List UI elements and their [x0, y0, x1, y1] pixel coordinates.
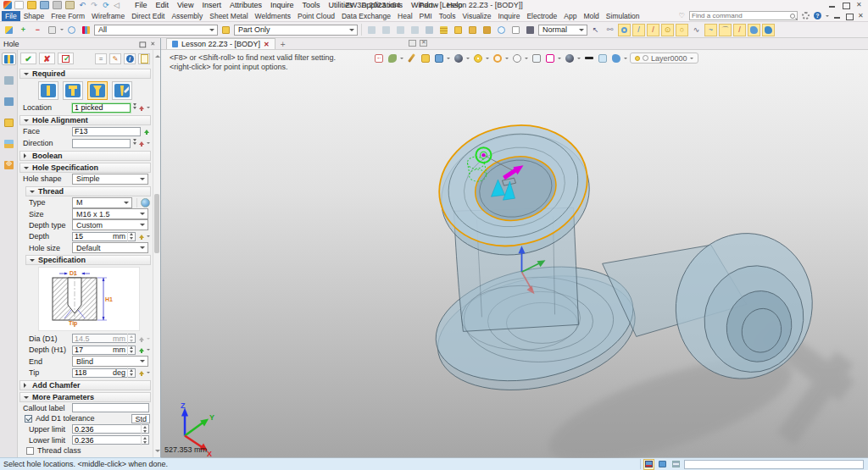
remove-entity-icon[interactable]: −	[31, 24, 44, 36]
entity-filter-combo[interactable]: All	[94, 25, 218, 36]
command-search[interactable]	[689, 11, 798, 20]
status-input[interactable]	[684, 460, 864, 469]
location-pick-icon[interactable]	[138, 103, 145, 112]
hole-type-simple-button[interactable]	[38, 81, 58, 100]
add-entity-icon[interactable]: +	[17, 24, 30, 36]
window-close-button[interactable]	[855, 2, 863, 8]
render-style-icon[interactable]	[472, 53, 483, 64]
wave-icon[interactable]: ∿	[690, 24, 703, 36]
tip-spinner[interactable]	[127, 368, 134, 378]
menu-tools[interactable]: Tools	[298, 1, 324, 9]
app-logo-icon[interactable]	[3, 1, 12, 9]
layers-icon[interactable]	[437, 24, 450, 36]
lasso-icon[interactable]	[65, 24, 78, 36]
line-tool-icon[interactable]: /	[632, 24, 645, 36]
reset-icon[interactable]	[109, 53, 121, 64]
info-icon[interactable]: i	[124, 53, 136, 64]
lower-limit-spinner[interactable]	[141, 435, 147, 445]
thread-depth-pick-icon[interactable]	[138, 232, 145, 241]
depth-h1-dropdown-icon[interactable]	[147, 349, 150, 352]
arc-tool-icon[interactable]: ⌒	[719, 24, 732, 36]
ribbon-tab-wireframe[interactable]: Wireframe	[88, 11, 128, 21]
location-pick-dropdown-icon[interactable]	[147, 107, 150, 110]
folder-open-icon[interactable]	[466, 24, 479, 36]
style-combo[interactable]: Normal	[538, 25, 587, 36]
surface-tool-icon[interactable]	[748, 24, 760, 36]
direction-expand-icon[interactable]	[133, 140, 136, 147]
target-point-dropdown-icon[interactable]	[525, 58, 528, 61]
hole-type-counterbore-button[interactable]	[63, 81, 83, 100]
help-icon[interactable]: ?	[814, 12, 821, 19]
add-d1-tolerance-checkbox[interactable]	[25, 415, 32, 423]
view-orient-dropdown-icon[interactable]	[505, 58, 509, 61]
ribbon-tab-weldments[interactable]: Weldments	[252, 11, 294, 21]
shade-mode-icon[interactable]	[453, 53, 464, 64]
panel-scrollbar[interactable]	[153, 50, 160, 457]
menu-attributes[interactable]: Attributes	[225, 1, 266, 9]
ribbon-tab-shape[interactable]: Shape	[20, 11, 48, 21]
view-cube-icon[interactable]	[433, 53, 444, 64]
ribbon-tab-pointcloud[interactable]: Point Cloud	[294, 11, 338, 21]
layer-visibility-icon[interactable]	[635, 56, 640, 61]
quick-pick-icon[interactable]	[114, 1, 123, 9]
ribbon-tab-inquire[interactable]: Inquire	[494, 11, 523, 21]
panel-scrollbar-thumb[interactable]	[154, 194, 159, 253]
direction-input[interactable]	[72, 139, 131, 148]
panel-restore-icon[interactable]	[139, 41, 146, 47]
face-pick-icon[interactable]	[143, 127, 150, 135]
transparent-face-icon[interactable]	[597, 53, 608, 64]
thread-depth-dropdown-icon[interactable]	[147, 235, 150, 239]
display-mode-icon[interactable]	[524, 24, 537, 36]
message-close-icon[interactable]	[420, 40, 427, 47]
ribbon-tab-simulation[interactable]: Simulation	[603, 11, 643, 21]
model-view[interactable]: Z Y X	[161, 50, 868, 458]
pattern-pick-dropdown-icon[interactable]	[60, 29, 64, 32]
doc-restore-button[interactable]	[845, 13, 853, 19]
ribbon-tab-pmi[interactable]: PMI	[416, 11, 436, 21]
hole-size-combo[interactable]: Default	[72, 242, 148, 253]
section-boolean[interactable]: Boolean	[19, 151, 151, 161]
sketch-pen-icon[interactable]	[406, 53, 417, 64]
ok-button[interactable]	[20, 53, 36, 64]
menu-file[interactable]: File	[131, 1, 152, 9]
end-combo[interactable]: Blind	[72, 356, 148, 367]
upper-limit-input[interactable]	[72, 424, 149, 434]
options-icon[interactable]	[95, 53, 107, 64]
spline-tool-icon[interactable]: ~	[704, 24, 717, 36]
monitor-icon[interactable]	[657, 459, 668, 470]
panel-tab-role-icon[interactable]	[2, 158, 16, 171]
view-cube-dropdown-icon[interactable]	[447, 58, 450, 61]
shaded-body-dropdown-icon[interactable]	[624, 58, 627, 61]
ribbon-tab-electrode[interactable]: Electrode	[523, 11, 560, 21]
history-clock-icon[interactable]	[495, 24, 508, 36]
circle-center-icon[interactable]: ⊙	[661, 24, 674, 36]
relink-icon[interactable]: ⚯	[604, 24, 616, 36]
output-list-icon[interactable]	[670, 459, 682, 470]
pick-mode-icon[interactable]	[387, 53, 398, 64]
hide-edges-icon[interactable]	[583, 53, 594, 64]
zoom-window-icon[interactable]	[531, 53, 542, 64]
display-sphere-dropdown-icon[interactable]	[577, 58, 581, 61]
tab-close-icon[interactable]: ✕	[264, 41, 270, 48]
regen-icon[interactable]	[102, 1, 110, 9]
tip-dropdown-icon[interactable]	[147, 372, 150, 375]
open-file-icon[interactable]	[27, 1, 36, 9]
section-hole-specification[interactable]: Hole Specification	[19, 163, 151, 173]
depth-type-combo[interactable]: Custom	[72, 219, 148, 230]
depth-h1-pick-icon[interactable]	[138, 346, 145, 354]
hole-type-tapered-button[interactable]	[112, 81, 132, 100]
view-orient-icon[interactable]	[492, 53, 503, 64]
document-tab[interactable]: Lesson 22.Z3 - [BODY] ✕	[166, 38, 275, 49]
panel-tab-manager-icon[interactable]	[2, 116, 16, 129]
callout-input[interactable]	[72, 403, 149, 412]
section-add-chamfer[interactable]: Add Chamfer	[19, 380, 151, 390]
solid-tool-icon[interactable]	[762, 24, 775, 36]
render-style-dropdown-icon[interactable]	[486, 58, 489, 61]
do-not-machine-checkbox[interactable]	[26, 457, 34, 458]
shaded-body-icon[interactable]	[610, 53, 621, 64]
display-sphere-icon[interactable]	[564, 53, 575, 64]
sheet-icon[interactable]	[509, 24, 522, 36]
lower-limit-input[interactable]	[72, 435, 149, 445]
hole-shape-combo[interactable]: Simple	[72, 174, 148, 185]
apply-button[interactable]	[58, 53, 74, 64]
